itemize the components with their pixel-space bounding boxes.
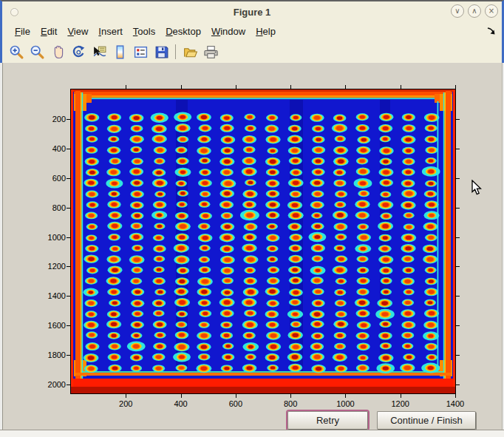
menu-item-file[interactable]: File: [10, 24, 35, 39]
zoom-out-button[interactable]: [28, 43, 46, 61]
shade-button[interactable]: ∨: [451, 4, 464, 18]
y-tick-label: 600: [32, 174, 66, 183]
menu-item-view[interactable]: View: [62, 24, 93, 39]
x-tick: [126, 394, 126, 398]
rotate-3d-icon: [71, 44, 86, 60]
data-cursor-button[interactable]: [90, 43, 108, 61]
y-tick: [67, 296, 70, 297]
x-tick-label: 1000: [327, 399, 363, 408]
menu-item-insert[interactable]: Insert: [93, 24, 128, 39]
x-tick: [290, 394, 291, 398]
y-tick-right: [456, 325, 460, 326]
unshade-button[interactable]: ∧: [468, 4, 481, 18]
colorbar-button[interactable]: [111, 43, 129, 61]
open-icon: [183, 44, 198, 60]
zoom-in-icon: [9, 44, 24, 60]
print-button[interactable]: [202, 43, 219, 61]
open-button[interactable]: [181, 43, 199, 61]
window-title: Figure 1: [234, 7, 271, 18]
axes-plot[interactable]: [70, 89, 456, 394]
window-bottom-border: [0, 430, 504, 437]
y-tick: [67, 266, 70, 267]
close-button[interactable]: ×: [485, 4, 498, 18]
menu-item-desktop[interactable]: Desktop: [160, 24, 206, 39]
x-tick-top: [455, 85, 456, 89]
y-tick-label: 800: [32, 203, 66, 212]
y-tick: [67, 149, 70, 149]
window-chrome: Figure 1 ∨ ∧ × FileEditViewInsertToolsDe…: [0, 0, 504, 63]
title-bar[interactable]: Figure 1 ∨ ∧ ×: [2, 1, 502, 22]
x-tick: [455, 394, 456, 398]
zoom-in-button[interactable]: [7, 43, 25, 61]
y-tick: [67, 325, 70, 326]
y-tick-label: 1000: [32, 233, 66, 242]
retry-button[interactable]: Retry: [287, 411, 368, 430]
x-tick-top: [290, 85, 291, 89]
save-icon: [154, 44, 169, 60]
y-tick-right: [456, 237, 460, 238]
rotate-3d-button[interactable]: [69, 43, 87, 61]
figure-canvas: 2004006008001000120014001600180020002004…: [0, 63, 504, 430]
x-tick-top: [236, 85, 236, 89]
save-button[interactable]: [152, 43, 170, 61]
y-tick-right: [456, 266, 460, 267]
window-controls: ∨ ∧ ×: [451, 4, 498, 18]
pan-button[interactable]: [49, 43, 67, 61]
y-tick-label: 1200: [32, 262, 66, 271]
insert-legend-button[interactable]: [132, 43, 149, 61]
dock-figure-icon[interactable]: [486, 26, 497, 36]
data-cursor-icon: [92, 44, 107, 60]
y-tick-right: [456, 149, 460, 149]
y-tick-right: [456, 296, 460, 297]
window-menu-button[interactable]: [10, 8, 18, 16]
x-tick-label: 400: [163, 399, 199, 408]
toolbar: [2, 41, 502, 64]
x-tick: [345, 394, 346, 398]
x-tick-label: 200: [108, 399, 143, 408]
figure-window: Figure 1 ∨ ∧ × FileEditViewInsertToolsDe…: [0, 0, 504, 437]
y-tick: [67, 208, 70, 209]
y-tick-right: [456, 355, 460, 356]
zoom-out-icon: [30, 44, 45, 60]
menu-item-window[interactable]: Window: [206, 24, 251, 39]
x-tick-top: [345, 85, 346, 89]
menu-item-tools[interactable]: Tools: [128, 24, 160, 39]
y-tick-label: 1400: [32, 291, 66, 300]
x-tick-label: 600: [218, 399, 253, 408]
colorbar-icon: [112, 44, 128, 60]
mouse-cursor: [471, 180, 482, 195]
y-tick-right: [456, 208, 460, 209]
y-tick-label: 2000: [32, 380, 66, 389]
pan-icon: [50, 44, 66, 60]
menu-bar: FileEditViewInsertToolsDesktopWindowHelp: [2, 22, 502, 41]
x-tick-top: [401, 85, 401, 89]
insert-legend-icon: [133, 44, 149, 60]
y-tick: [67, 178, 70, 179]
y-tick-label: 1800: [32, 350, 66, 359]
y-tick-right: [456, 178, 460, 179]
x-tick-label: 1200: [383, 399, 418, 408]
x-tick: [181, 394, 182, 398]
y-tick: [67, 237, 70, 238]
y-tick-right: [456, 385, 460, 385]
x-tick-label: 1400: [437, 399, 473, 408]
x-tick-label: 800: [273, 399, 308, 408]
y-tick-right: [456, 119, 460, 120]
x-tick-top: [181, 85, 182, 89]
toolbar-separator: [175, 44, 176, 59]
print-icon: [203, 44, 219, 60]
y-tick: [67, 119, 70, 120]
x-tick: [236, 394, 236, 398]
continue-finish-button[interactable]: Continue / Finish: [377, 411, 476, 430]
y-tick-label: 200: [32, 115, 66, 123]
menu-item-edit[interactable]: Edit: [35, 24, 62, 39]
heatmap-image: [71, 89, 455, 393]
y-tick-label: 1600: [32, 321, 66, 330]
y-tick-label: 400: [32, 144, 66, 153]
x-tick: [401, 394, 401, 398]
x-tick-top: [126, 85, 126, 89]
y-tick: [67, 355, 70, 356]
y-tick: [67, 385, 70, 385]
menu-item-help[interactable]: Help: [251, 24, 281, 39]
